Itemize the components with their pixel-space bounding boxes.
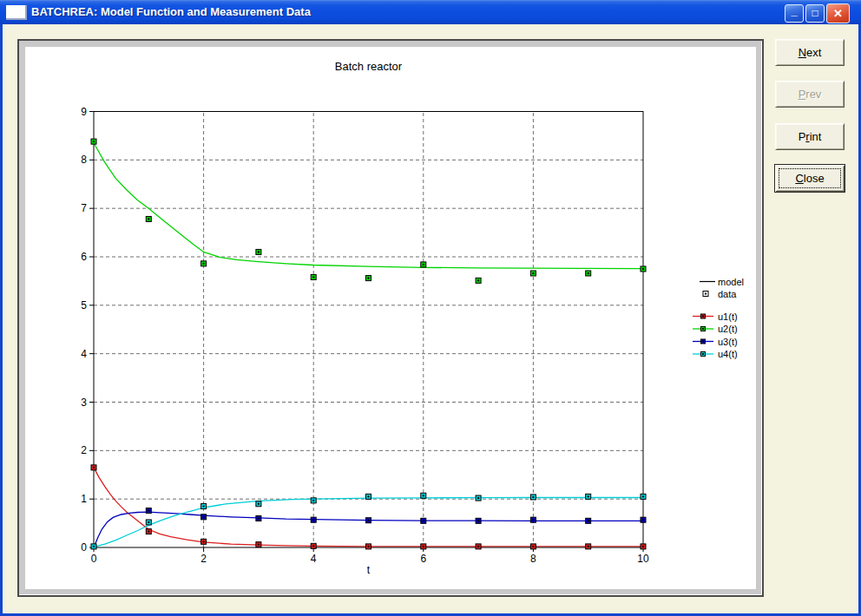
minimize-button[interactable]: _ <box>785 4 804 23</box>
chart-panel: 01234567890246810Batch reactortmodeldata… <box>17 39 764 597</box>
svg-text:7: 7 <box>81 202 87 214</box>
gridlines <box>94 112 643 547</box>
svg-text:0: 0 <box>91 553 97 565</box>
svg-text:6: 6 <box>81 251 87 263</box>
svg-text:8: 8 <box>530 553 536 565</box>
close-button[interactable]: Close <box>774 164 845 193</box>
axis-tick-labels: 01234567890246810 <box>81 106 649 565</box>
chart-title: Batch reactor <box>335 60 403 73</box>
svg-text:1: 1 <box>81 493 87 505</box>
prev-button[interactable]: Prev <box>775 81 845 108</box>
maximize-button[interactable]: □ <box>805 4 825 23</box>
title-bar[interactable]: BATCHREA: Model Function and Measurement… <box>0 0 861 24</box>
svg-text:6: 6 <box>420 553 426 565</box>
print-button[interactable]: Print <box>775 123 845 150</box>
legend-series-label: u4(t) <box>718 349 738 359</box>
close-window-button[interactable]: ✕ <box>826 3 850 23</box>
batch-reactor-plot: 01234567890246810Batch reactortmodeldata… <box>25 47 756 589</box>
model-curve-u2(t) <box>94 143 643 269</box>
client-area: 01234567890246810Batch reactortmodeldata… <box>3 24 858 613</box>
legend-series-label: u1(t) <box>718 311 738 322</box>
close-icon: ✕ <box>827 4 849 23</box>
svg-text:3: 3 <box>81 396 87 409</box>
legend-series-label: u3(t) <box>718 337 738 347</box>
minimize-icon: _ <box>785 5 803 17</box>
svg-text:2: 2 <box>200 553 207 565</box>
data-points-u1(t) <box>91 465 646 549</box>
svg-text:5: 5 <box>81 299 87 311</box>
legend-series-label: u2(t) <box>718 324 738 334</box>
app-icon <box>6 5 27 20</box>
legend: modeldatau1(t)u2(t)u3(t)u4(t) <box>693 277 744 360</box>
svg-text:9: 9 <box>81 106 87 118</box>
svg-text:4: 4 <box>81 348 87 360</box>
svg-text:10: 10 <box>637 553 649 565</box>
svg-text:8: 8 <box>81 154 87 166</box>
application-window: BATCHREA: Model Function and Measurement… <box>0 0 861 616</box>
plot-frame <box>94 112 643 547</box>
x-axis-label: t <box>367 564 371 576</box>
axis-ticks <box>89 112 643 552</box>
svg-text:4: 4 <box>311 553 317 565</box>
data-points-u2(t) <box>91 139 646 283</box>
window-title: BATCHREA: Model Function and Measurement… <box>31 0 311 24</box>
next-button[interactable]: Next <box>775 39 845 66</box>
svg-text:0: 0 <box>81 541 87 554</box>
chart-area: 01234567890246810Batch reactortmodeldata… <box>25 47 756 589</box>
legend-data-label: data <box>718 289 737 299</box>
svg-text:2: 2 <box>81 444 87 456</box>
model-curve-u1(t) <box>94 468 643 547</box>
maximize-icon: □ <box>806 5 824 21</box>
legend-model-label: model <box>718 277 744 287</box>
